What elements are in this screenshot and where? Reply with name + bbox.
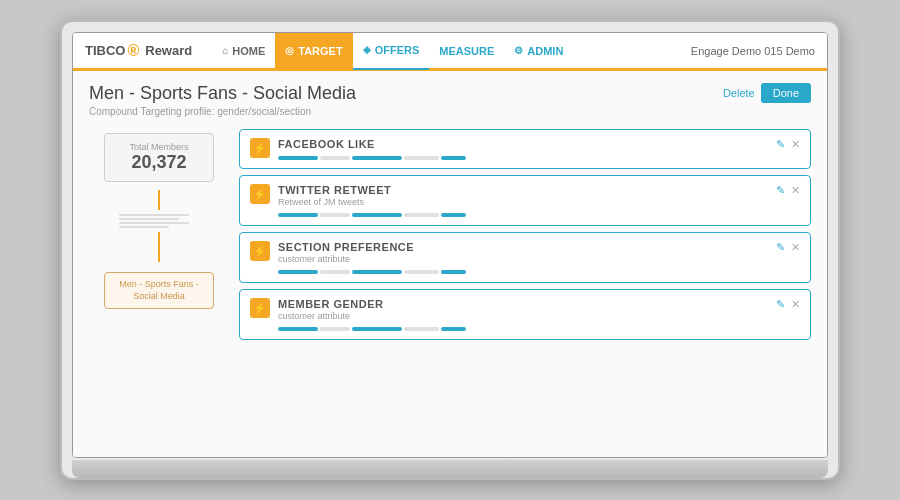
left-panel: Total Members 20,372 [89, 129, 229, 445]
segment-label: Men - Sports Fans - Social Media [119, 279, 199, 301]
total-members-count: 20,372 [117, 152, 201, 173]
logo-reward: Reward [145, 43, 192, 58]
criterion-subtitle-twitter: Retweet of JM tweets [278, 197, 768, 207]
delete-icon-section[interactable]: ✕ [791, 241, 800, 254]
content-area: Total Members 20,372 [89, 129, 811, 445]
criterion-title-twitter: TWITTER RETWEET [278, 184, 768, 196]
tree-line-vertical-2 [158, 232, 160, 262]
nav-home[interactable]: ⌂ HOME [212, 32, 275, 70]
page-subtitle: Compound Targeting profile: gender/socia… [89, 106, 356, 117]
branch-line [119, 226, 169, 228]
criterion-icon-section: ⚡ [250, 241, 270, 261]
edit-icon-gender[interactable]: ✎ [776, 298, 785, 311]
criterion-bar [404, 327, 439, 331]
criterion-bar [352, 156, 402, 160]
criterion-bar [278, 213, 318, 217]
tree-branches [119, 214, 199, 228]
criterion-bar [352, 213, 402, 217]
criterion-subtitle-gender: customer attribute [278, 311, 768, 321]
criterion-title-facebook: FACEBOOK LIKE [278, 138, 768, 150]
criterion-bars-twitter [278, 213, 768, 217]
criterion-actions-twitter: ✎ ✕ [776, 184, 800, 197]
criterion-actions-gender: ✎ ✕ [776, 298, 800, 311]
criterion-bar [320, 156, 350, 160]
page-title: Men - Sports Fans - Social Media [89, 83, 356, 104]
criterion-bars-gender [278, 327, 768, 331]
nav-measure[interactable]: MEASURE [429, 32, 504, 70]
home-icon: ⌂ [222, 45, 228, 56]
criterion-title-gender: MEMBER GENDER [278, 298, 768, 310]
criterion-bar [320, 213, 350, 217]
criterion-bars-facebook [278, 156, 768, 160]
criterion-icon-gender: ⚡ [250, 298, 270, 318]
criterion-bar [404, 270, 439, 274]
criterion-bar [278, 156, 318, 160]
edit-icon-section[interactable]: ✎ [776, 241, 785, 254]
criterion-bar [441, 270, 466, 274]
criterion-bar [278, 270, 318, 274]
target-icon: ◎ [285, 45, 294, 56]
criterion-title-section: SECTION PREFERENCE [278, 241, 768, 253]
criterion-icon-twitter: ⚡ [250, 184, 270, 204]
criterion-card-section: ⚡ SECTION PREFERENCE customer attribute … [239, 232, 811, 283]
logo-dot: ® [127, 42, 139, 60]
logo-tibco: TIBCO [85, 43, 125, 58]
criterion-actions-facebook: ✎ ✕ [776, 138, 800, 151]
criterion-bar [441, 213, 466, 217]
page-header-left: Men - Sports Fans - Social Media Compoun… [89, 83, 356, 117]
criterion-bar [441, 327, 466, 331]
criterion-card-twitter: ⚡ TWITTER RETWEET Retweet of JM tweets ✎… [239, 175, 811, 226]
criterion-bar [278, 327, 318, 331]
nav-offers[interactable]: ◈ OFFERS [353, 32, 430, 70]
laptop-shell: TIBCO® Reward ⌂ HOME ◎ TARGET ◈ OFFERS [60, 20, 840, 480]
criterion-bar [404, 213, 439, 217]
page-header: Men - Sports Fans - Social Media Compoun… [89, 83, 811, 117]
delete-icon-gender[interactable]: ✕ [791, 298, 800, 311]
nav-items: ⌂ HOME ◎ TARGET ◈ OFFERS MEASURE [212, 32, 691, 70]
done-button[interactable]: Done [761, 83, 811, 103]
admin-icon: ⚙ [514, 45, 523, 56]
criterion-bars-section [278, 270, 768, 274]
total-members-label: Total Members [117, 142, 201, 152]
criterion-body-twitter: TWITTER RETWEET Retweet of JM tweets [278, 184, 768, 217]
tree-line-vertical [158, 190, 160, 210]
nav-admin-label: ADMIN [527, 45, 563, 57]
segment-box: Men - Sports Fans - Social Media [104, 272, 214, 309]
criterion-body-gender: MEMBER GENDER customer attribute [278, 298, 768, 331]
delete-button[interactable]: Delete [723, 87, 755, 99]
criterion-bar [320, 270, 350, 274]
criterion-body-facebook: FACEBOOK LIKE [278, 138, 768, 160]
criterion-card-facebook: ⚡ FACEBOOK LIKE ✎ ✕ [239, 129, 811, 169]
criterion-bar [320, 327, 350, 331]
criterion-actions-section: ✎ ✕ [776, 241, 800, 254]
criterion-body-section: SECTION PREFERENCE customer attribute [278, 241, 768, 274]
app: TIBCO® Reward ⌂ HOME ◎ TARGET ◈ OFFERS [73, 33, 827, 457]
laptop-screen: TIBCO® Reward ⌂ HOME ◎ TARGET ◈ OFFERS [72, 32, 828, 458]
nav-admin[interactable]: ⚙ ADMIN [504, 32, 573, 70]
delete-icon-twitter[interactable]: ✕ [791, 184, 800, 197]
criterion-subtitle-section: customer attribute [278, 254, 768, 264]
laptop-base [72, 460, 828, 478]
delete-icon-facebook[interactable]: ✕ [791, 138, 800, 151]
edit-icon-twitter[interactable]: ✎ [776, 184, 785, 197]
criterion-bar [352, 327, 402, 331]
criterion-bar [352, 270, 402, 274]
criterion-icon-facebook: ⚡ [250, 138, 270, 158]
total-members-box: Total Members 20,372 [104, 133, 214, 182]
nav-user: Engage Demo 015 Demo [691, 45, 815, 57]
main-content: Men - Sports Fans - Social Media Compoun… [73, 71, 827, 457]
page-actions: Delete Done [723, 83, 811, 103]
right-panel: ⚡ FACEBOOK LIKE ✎ ✕ ⚡ TWITTER RETWEET Re… [229, 129, 811, 445]
criterion-bar [441, 156, 466, 160]
offers-icon: ◈ [363, 44, 371, 55]
tree-connector [104, 190, 214, 262]
nav-target[interactable]: ◎ TARGET [275, 32, 352, 70]
criterion-bar [404, 156, 439, 160]
navbar: TIBCO® Reward ⌂ HOME ◎ TARGET ◈ OFFERS [73, 33, 827, 71]
nav-offers-label: OFFERS [375, 44, 420, 56]
nav-home-label: HOME [232, 45, 265, 57]
criterion-card-gender: ⚡ MEMBER GENDER customer attribute ✎ ✕ [239, 289, 811, 340]
branch-line [119, 222, 189, 224]
edit-icon-facebook[interactable]: ✎ [776, 138, 785, 151]
nav-target-label: TARGET [298, 45, 342, 57]
